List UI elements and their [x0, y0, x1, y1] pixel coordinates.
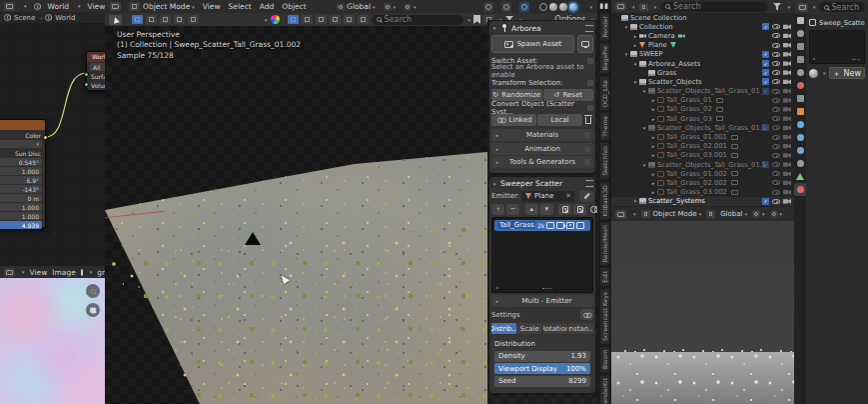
- render-camera-icon[interactable]: [783, 51, 791, 57]
- outliner-row[interactable]: ▸ Plane ✓: [611, 41, 794, 50]
- properties-tab-scene[interactable]: [794, 66, 806, 79]
- settings-link-button[interactable]: [580, 309, 593, 320]
- properties-tab-view-layer[interactable]: [794, 53, 806, 66]
- value-slider[interactable]: Density1.93: [494, 351, 590, 362]
- render-camera-icon[interactable]: [783, 79, 791, 85]
- properties-tab-constraints[interactable]: [794, 157, 806, 170]
- scatter-system-list[interactable]: Tall_Grass... 2k: [491, 217, 593, 293]
- material-slot-list[interactable]: [809, 30, 865, 64]
- lighting-option-icon[interactable]: [302, 15, 313, 24]
- material-sphere-icon[interactable]: [809, 69, 818, 78]
- render-camera-icon[interactable]: [783, 152, 791, 158]
- collapsed-section-header[interactable]: ▸Animation: [491, 143, 593, 155]
- exclude-checkbox[interactable]: ✓: [762, 51, 769, 58]
- viewport-display-icon[interactable]: [731, 135, 738, 140]
- render-camera-icon[interactable]: [783, 125, 791, 131]
- node-value-field[interactable]: Ozone4.939: [0, 221, 42, 229]
- texture-option-icon[interactable]: [330, 15, 341, 24]
- value-slider[interactable]: Seed8299: [494, 376, 590, 387]
- preview-icon[interactable]: [566, 222, 574, 229]
- sidebar-tab[interactable]: Screencast Keys: [600, 289, 609, 344]
- exclude-checkbox[interactable]: ✓: [762, 78, 769, 85]
- menu-item[interactable]: Add: [260, 2, 275, 11]
- settings-tab[interactable]: Distrib...: [491, 323, 516, 334]
- sidebar-tab[interactable]: OCD_Lite: [600, 77, 609, 111]
- scene-lights-icon[interactable]: [344, 15, 355, 24]
- move-up-button[interactable]: ▴: [525, 204, 538, 215]
- render-camera-icon[interactable]: [783, 171, 791, 177]
- properties-tab-particles[interactable]: [794, 131, 806, 144]
- node-canvas[interactable]: World Output All▾ SurfaceVolume Sky Text…: [0, 23, 105, 266]
- asset-browser-button[interactable]: [577, 35, 593, 53]
- exclude-checkbox[interactable]: ✓: [762, 88, 769, 95]
- sidebar-tab[interactable]: BagaPie: [600, 43, 609, 73]
- move-down-button[interactable]: ▾: [540, 204, 553, 215]
- outliner-row[interactable]: ▸ Tall_Grass_02.001 ✓: [611, 142, 794, 151]
- display-mode-icon[interactable]: [639, 3, 648, 11]
- outliner-row[interactable]: ▸ Tall_Grass_03.002 ✓: [611, 188, 794, 197]
- hide-eye-icon[interactable]: [772, 162, 780, 167]
- decorator-icon[interactable]: [587, 105, 593, 111]
- volume-socket[interactable]: [84, 82, 89, 87]
- render-camera-icon[interactable]: [783, 116, 791, 122]
- color-wheel-icon[interactable]: [271, 15, 280, 24]
- copy-button[interactable]: [558, 204, 571, 215]
- outliner-row[interactable]: ▾ Scatter_Objects_Tall_Grass_01.002 ✓: [611, 160, 794, 169]
- panel-menu-icon[interactable]: [585, 180, 593, 187]
- sidebar-tab[interactable]: KitBash3D: [600, 182, 609, 219]
- hide-eye-icon[interactable]: [772, 144, 780, 149]
- arborea-panel-header[interactable]: ▾ Arborea: [491, 22, 593, 34]
- outliner-row[interactable]: ▸ Tall_Grass_01.001 ✓: [611, 132, 794, 141]
- add-button[interactable]: ＋: [491, 204, 504, 215]
- properties-tab-data[interactable]: [794, 170, 806, 183]
- outliner-row[interactable]: ▸ Camera ✓: [611, 31, 794, 40]
- clear-icon[interactable]: ✕: [565, 192, 571, 200]
- hide-eye-icon[interactable]: [772, 171, 780, 176]
- properties-tab-tool[interactable]: [794, 14, 806, 27]
- instance-icon[interactable]: [576, 222, 584, 229]
- matcap-option-icon[interactable]: [316, 15, 327, 24]
- properties-tab-modifiers[interactable]: [794, 118, 806, 131]
- settings-tab[interactable]: Rotation: [543, 323, 568, 334]
- hide-eye-icon[interactable]: [772, 199, 780, 204]
- viewport-display-icon[interactable]: [731, 171, 738, 176]
- menu-item[interactable]: Object: [282, 2, 306, 11]
- grid-icon[interactable]: [706, 210, 715, 218]
- collapsed-section-header[interactable]: ▸Materials: [491, 129, 593, 141]
- mode-dropdown[interactable]: Object Mode▾: [129, 2, 195, 11]
- viewport-display-icon[interactable]: [716, 116, 723, 121]
- linked-button[interactable]: Linked: [491, 114, 536, 126]
- collapsed-section-header[interactable]: ▸Tools & Generators: [491, 156, 593, 168]
- editor-type-icon[interactable]: [797, 3, 808, 12]
- hide-eye-icon[interactable]: [772, 24, 780, 29]
- render-camera-icon[interactable]: [783, 180, 791, 186]
- snap-dropdown[interactable]: ▾: [752, 210, 765, 218]
- exclude-checkbox[interactable]: ✓: [762, 161, 769, 168]
- sidebar-tab[interactable]: Theme: [600, 113, 609, 140]
- outliner-row[interactable]: ▾ SWEEP ✓: [611, 50, 794, 59]
- local-button[interactable]: Local: [537, 114, 582, 126]
- outliner-row[interactable]: Scene Collection ✓: [611, 13, 794, 22]
- render-camera-icon[interactable]: [783, 198, 791, 204]
- viewport-display-icon[interactable]: [716, 107, 723, 112]
- surface-socket[interactable]: [84, 72, 89, 77]
- sidebar-tab[interactable]: Render: [600, 13, 609, 40]
- settings-tab[interactable]: Scale: [517, 323, 542, 334]
- rendered-shading-icon[interactable]: [569, 3, 577, 11]
- viewport-display-icon[interactable]: [731, 180, 738, 185]
- pause-icon[interactable]: ▮▮: [599, 2, 609, 10]
- value-slider[interactable]: Viewport Display100%: [494, 363, 590, 374]
- multi-emitter-section[interactable]: ▸Multi - Emitter: [491, 295, 593, 307]
- menu-item[interactable]: View: [88, 2, 105, 11]
- resize-grip[interactable]: [542, 288, 552, 290]
- render-camera-icon[interactable]: [783, 88, 791, 94]
- paste-button[interactable]: [573, 204, 586, 215]
- decorator-icon[interactable]: [584, 146, 590, 152]
- mode-dropdown[interactable]: Object Mode▾: [641, 210, 702, 218]
- properties-tab-render[interactable]: [794, 27, 806, 40]
- select-box-tool[interactable]: [109, 15, 122, 25]
- outliner-row[interactable]: ▾ Scatter_Objects ✓: [611, 77, 794, 86]
- properties-tab-object[interactable]: [794, 105, 806, 118]
- exclude-checkbox[interactable]: ✓: [762, 23, 769, 30]
- render-camera-icon[interactable]: [783, 42, 791, 48]
